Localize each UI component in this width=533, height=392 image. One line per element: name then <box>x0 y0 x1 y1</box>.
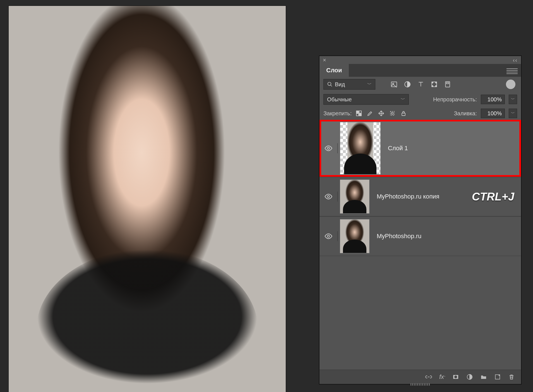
layer-list: Слой 1 MyPhotoshop.ru копия CTRL+J MyPho… <box>320 120 521 256</box>
svg-rect-16 <box>390 111 394 115</box>
layer-row[interactable]: MyPhotoshop.ru копия CTRL+J <box>320 177 521 216</box>
svg-point-20 <box>327 195 330 198</box>
svg-point-6 <box>432 82 433 83</box>
svg-rect-13 <box>359 111 361 113</box>
image-icon[interactable] <box>390 81 398 88</box>
layer-thumbnail[interactable] <box>340 122 381 175</box>
lock-transparent-icon[interactable] <box>356 110 362 117</box>
link-icon[interactable] <box>425 374 432 380</box>
filter-label: Вид <box>335 81 345 88</box>
tab-layers[interactable]: Слои <box>320 64 349 77</box>
opacity-value[interactable]: 100% <box>481 95 505 104</box>
svg-point-9 <box>435 85 436 87</box>
canvas-area[interactable] <box>8 6 286 392</box>
layer-name[interactable]: Слой 1 <box>388 145 408 152</box>
svg-line-1 <box>331 85 332 87</box>
fx-icon[interactable]: fxˇ <box>439 373 445 381</box>
chevron-down-icon: ﹀ <box>401 97 405 102</box>
layer-row[interactable]: Слой 1 <box>320 120 521 177</box>
lock-row: Закрепить: Заливка: 100% ﹀ <box>320 107 521 120</box>
fill-chevron[interactable]: ﹀ <box>509 109 517 118</box>
svg-rect-26 <box>499 375 500 376</box>
lock-all-icon[interactable] <box>400 110 407 117</box>
chevron-down-icon: ﹀ <box>367 82 372 87</box>
adjustment-layer-icon[interactable] <box>466 374 473 380</box>
svg-point-8 <box>432 85 433 87</box>
svg-point-19 <box>327 147 330 149</box>
new-layer-icon[interactable] <box>494 374 501 380</box>
fill-label: Заливка: <box>454 110 477 117</box>
visibility-toggle[interactable] <box>320 192 337 201</box>
layer-filter-dropdown[interactable]: Вид ﹀ <box>323 79 375 90</box>
layer-name[interactable]: MyPhotoshop.ru <box>377 233 421 240</box>
resize-grip[interactable] <box>410 383 430 386</box>
visibility-toggle[interactable] <box>320 144 337 152</box>
layer-thumbnail[interactable] <box>340 180 369 214</box>
panel-titlebar: × ‹‹ <box>320 56 521 64</box>
lock-artboard-icon[interactable] <box>389 110 396 117</box>
lock-icons <box>356 110 407 117</box>
close-icon[interactable]: × <box>323 57 326 63</box>
panel-tabs: Слои <box>320 64 521 77</box>
svg-rect-11 <box>446 83 449 84</box>
adjustment-icon[interactable] <box>404 81 411 88</box>
filter-toggle[interactable] <box>506 80 515 89</box>
filter-row: Вид ﹀ <box>320 77 521 92</box>
document-image <box>9 6 286 392</box>
svg-rect-18 <box>402 113 405 116</box>
blend-row: Обычные ﹀ Непрозрачность: 100% ﹀ <box>320 92 521 107</box>
lock-position-icon[interactable] <box>378 110 385 117</box>
lock-brush-icon[interactable] <box>367 110 373 117</box>
shape-icon[interactable] <box>431 81 438 88</box>
type-icon[interactable] <box>417 81 424 88</box>
panel-menu-icon[interactable] <box>503 66 521 77</box>
mask-icon[interactable] <box>452 374 459 380</box>
blend-mode-dropdown[interactable]: Обычные ﹀ <box>323 94 409 105</box>
visibility-toggle[interactable] <box>320 232 337 240</box>
svg-point-21 <box>327 235 330 237</box>
opacity-chevron[interactable]: ﹀ <box>509 95 517 104</box>
lock-label: Закрепить: <box>323 110 352 117</box>
shortcut-annotation: CTRL+J <box>472 190 514 203</box>
filter-icons <box>390 81 451 88</box>
svg-rect-12 <box>356 111 359 113</box>
svg-point-7 <box>435 82 436 83</box>
smartobject-icon[interactable] <box>444 81 451 88</box>
svg-point-23 <box>454 376 457 378</box>
layer-name[interactable]: MyPhotoshop.ru копия <box>377 193 440 200</box>
collapse-icon[interactable]: ‹‹ <box>513 57 518 63</box>
layer-row[interactable]: MyPhotoshop.ru <box>320 216 521 256</box>
layer-thumbnail[interactable] <box>340 219 369 253</box>
fill-value[interactable]: 100% <box>481 109 505 118</box>
svg-rect-15 <box>359 114 361 116</box>
opacity-label: Непрозрачность: <box>433 96 477 103</box>
group-icon[interactable] <box>480 374 487 380</box>
layers-panel: × ‹‹ Слои Вид ﹀ Обычные ﹀ Непрозрачность… <box>319 56 521 384</box>
panel-bottom-bar: fxˇ <box>320 370 521 384</box>
blend-mode-value: Обычные <box>327 96 352 103</box>
svg-rect-2 <box>391 82 397 87</box>
svg-point-0 <box>328 82 331 86</box>
svg-rect-14 <box>356 114 359 116</box>
trash-icon[interactable] <box>508 374 515 380</box>
svg-rect-17 <box>392 113 393 114</box>
